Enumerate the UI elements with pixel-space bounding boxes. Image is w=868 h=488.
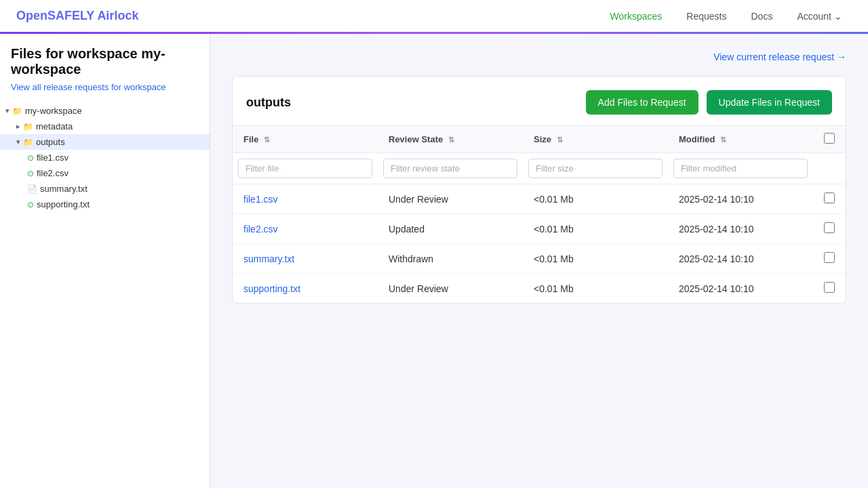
- layout: Files for workspace my-workspace View al…: [0, 33, 868, 488]
- filter-size-input[interactable]: [528, 159, 663, 178]
- col-select-all[interactable]: [813, 126, 846, 153]
- table-row: supporting.txt Under Review <0.01 Mb 202…: [233, 274, 846, 304]
- cell-checkbox-1: [813, 214, 846, 244]
- file-link-1[interactable]: file2.csv: [243, 224, 278, 235]
- tree-item-file2.csv[interactable]: ⊙file2.csv: [0, 165, 210, 181]
- row-checkbox-1[interactable]: [824, 222, 835, 233]
- filter-row: [233, 153, 846, 184]
- sort-size-icon: ⇅: [557, 136, 563, 144]
- filter-review-state-input[interactable]: [383, 159, 517, 178]
- nav-account[interactable]: Account ⌄: [787, 7, 852, 26]
- cell-modified-2: 2025-02-14 10:10: [668, 244, 813, 274]
- col-size[interactable]: Size ⇅: [523, 126, 668, 153]
- main-content: View current release request → outputs A…: [210, 33, 868, 488]
- filter-review-state-cell: [378, 153, 523, 184]
- file-link-2[interactable]: summary.txt: [243, 253, 294, 264]
- cell-size-3: <0.01 Mb: [523, 274, 668, 304]
- nav-requests[interactable]: Requests: [677, 7, 736, 26]
- table-action-buttons: Add Files to Request Update Files in Req…: [586, 90, 832, 115]
- row-checkbox-2[interactable]: [824, 252, 835, 263]
- cell-file-2: summary.txt: [233, 244, 378, 274]
- table-header-row: outputs Add Files to Request Update File…: [233, 77, 846, 126]
- account-label: Account: [797, 11, 831, 22]
- main-header: View current release request →: [232, 52, 846, 62]
- tree-item-file1.csv[interactable]: ⊙file1.csv: [0, 150, 210, 165]
- cell-modified-1: 2025-02-14 10:10: [668, 214, 813, 244]
- sidebar: Files for workspace my-workspace View al…: [0, 33, 210, 488]
- filter-file-cell: [233, 153, 378, 184]
- nav-docs[interactable]: Docs: [742, 7, 783, 26]
- brand-name-part1: OpenSAFELY: [16, 9, 94, 22]
- select-all-checkbox[interactable]: [824, 133, 835, 144]
- filter-checkbox-cell: [813, 153, 846, 184]
- row-checkbox-3[interactable]: [824, 282, 835, 293]
- page-title: Files for workspace my-workspace: [11, 46, 199, 77]
- table-row: file1.csv Under Review <0.01 Mb 2025-02-…: [233, 184, 846, 214]
- sidebar-header: Files for workspace my-workspace View al…: [0, 41, 210, 103]
- nav-workspaces[interactable]: Workspaces: [601, 7, 672, 26]
- view-all-requests-link[interactable]: View all release requests for workspace: [11, 82, 166, 92]
- navbar: OpenSAFELY Airlock Workspaces Requests D…: [0, 0, 868, 33]
- update-files-button[interactable]: Update Files in Request: [707, 90, 832, 115]
- cell-review-state-3: Under Review: [378, 274, 523, 304]
- tree-item-outputs[interactable]: ▾📁outputs: [0, 134, 210, 150]
- table-header: File ⇅ Review State ⇅ Size ⇅ Modified: [233, 126, 846, 153]
- cell-file-3: supporting.txt: [233, 274, 378, 304]
- cell-checkbox-0: [813, 184, 846, 214]
- sort-file-icon: ⇅: [264, 136, 270, 144]
- view-current-release-link[interactable]: View current release request →: [713, 52, 846, 62]
- nav-links: Workspaces Requests Docs Account ⌄: [601, 7, 852, 26]
- tree-item-summary.txt[interactable]: 📄summary.txt: [0, 181, 210, 197]
- cell-checkbox-2: [813, 244, 846, 274]
- sort-modified-icon: ⇅: [720, 136, 726, 144]
- row-checkbox-0[interactable]: [824, 192, 835, 203]
- tree-item-metadata[interactable]: ▸📁metadata: [0, 119, 210, 134]
- cell-size-1: <0.01 Mb: [523, 214, 668, 244]
- header-right: View current release request →: [713, 52, 846, 62]
- filter-size-cell: [523, 153, 668, 184]
- cell-file-1: file2.csv: [233, 214, 378, 244]
- table-section: outputs Add Files to Request Update File…: [232, 76, 846, 304]
- chevron-down-icon: ⌄: [834, 11, 842, 22]
- col-review-state[interactable]: Review State ⇅: [378, 126, 523, 153]
- files-table: File ⇅ Review State ⇅ Size ⇅ Modified: [233, 126, 846, 303]
- sort-review-icon: ⇅: [448, 136, 454, 144]
- cell-size-0: <0.01 Mb: [523, 184, 668, 214]
- cell-modified-0: 2025-02-14 10:10: [668, 184, 813, 214]
- cell-file-0: file1.csv: [233, 184, 378, 214]
- cell-review-state-0: Under Review: [378, 184, 523, 214]
- filter-modified-input[interactable]: [673, 159, 808, 178]
- filter-modified-cell: [668, 153, 813, 184]
- cell-review-state-2: Withdrawn: [378, 244, 523, 274]
- brand-name-part2: Airlock: [97, 9, 138, 22]
- file-tree: ▾📁my-workspace▸📁metadata▾📁outputs⊙file1.…: [0, 103, 210, 212]
- brand-logo: OpenSAFELY Airlock: [16, 9, 138, 23]
- tree-item-my-workspace[interactable]: ▾📁my-workspace: [0, 103, 210, 119]
- table-section-title: outputs: [246, 96, 291, 110]
- filter-file-input[interactable]: [238, 159, 372, 178]
- tree-item-supporting.txt[interactable]: ⊙supporting.txt: [0, 197, 210, 212]
- cell-review-state-1: Updated: [378, 214, 523, 244]
- table-body: file1.csv Under Review <0.01 Mb 2025-02-…: [233, 184, 846, 304]
- table-row: file2.csv Updated <0.01 Mb 2025-02-14 10…: [233, 214, 846, 244]
- cell-modified-3: 2025-02-14 10:10: [668, 274, 813, 304]
- file-link-3[interactable]: supporting.txt: [243, 283, 300, 294]
- file-link-0[interactable]: file1.csv: [243, 194, 278, 205]
- col-file[interactable]: File ⇅: [233, 126, 378, 153]
- add-files-button[interactable]: Add Files to Request: [586, 90, 698, 115]
- cell-size-2: <0.01 Mb: [523, 244, 668, 274]
- cell-checkbox-3: [813, 274, 846, 304]
- table-row: summary.txt Withdrawn <0.01 Mb 2025-02-1…: [233, 244, 846, 274]
- col-modified[interactable]: Modified ⇅: [668, 126, 813, 153]
